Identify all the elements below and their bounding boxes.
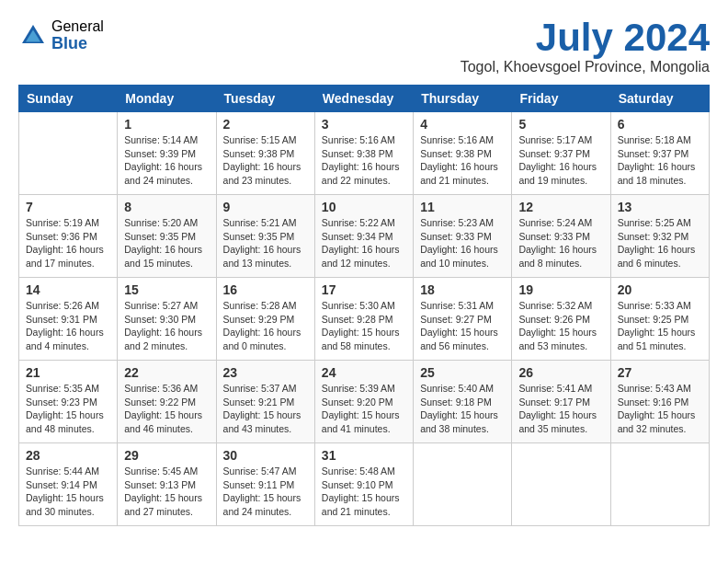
calendar-cell: 18Sunrise: 5:31 AM Sunset: 9:27 PM Dayli…: [414, 278, 512, 361]
calendar-cell: 22Sunrise: 5:36 AM Sunset: 9:22 PM Dayli…: [118, 361, 216, 443]
calendar-week-row: 7Sunrise: 5:19 AM Sunset: 9:36 PM Daylig…: [19, 195, 710, 278]
day-number: 23: [223, 365, 308, 380]
header-friday: Friday: [512, 86, 610, 112]
cell-content: Sunrise: 5:40 AM Sunset: 9:18 PM Dayligh…: [420, 382, 505, 436]
calendar-week-row: 28Sunrise: 5:44 AM Sunset: 9:14 PM Dayli…: [19, 443, 710, 526]
calendar-cell: 3Sunrise: 5:16 AM Sunset: 9:38 PM Daylig…: [314, 112, 413, 195]
cell-content: Sunrise: 5:33 AM Sunset: 9:25 PM Dayligh…: [618, 299, 702, 353]
calendar-cell: 11Sunrise: 5:23 AM Sunset: 9:33 PM Dayli…: [414, 195, 512, 278]
day-number: 9: [223, 200, 308, 214]
calendar-cell: 21Sunrise: 5:35 AM Sunset: 9:23 PM Dayli…: [19, 361, 118, 443]
calendar-cell: 12Sunrise: 5:24 AM Sunset: 9:33 PM Dayli…: [512, 195, 610, 278]
calendar-cell: 26Sunrise: 5:41 AM Sunset: 9:17 PM Dayli…: [512, 361, 610, 443]
day-number: 27: [618, 365, 702, 380]
calendar-cell: 23Sunrise: 5:37 AM Sunset: 9:21 PM Dayli…: [216, 361, 314, 443]
logo-general: General: [51, 18, 104, 35]
calendar-cell: 31Sunrise: 5:48 AM Sunset: 9:10 PM Dayli…: [314, 443, 413, 526]
cell-content: Sunrise: 5:32 AM Sunset: 9:26 PM Dayligh…: [518, 299, 603, 353]
day-number: 30: [223, 448, 308, 463]
calendar-cell: 8Sunrise: 5:20 AM Sunset: 9:35 PM Daylig…: [118, 195, 216, 278]
calendar-cell: 16Sunrise: 5:28 AM Sunset: 9:29 PM Dayli…: [216, 278, 314, 361]
calendar-cell: 10Sunrise: 5:22 AM Sunset: 9:34 PM Dayli…: [314, 195, 413, 278]
day-number: 13: [618, 200, 702, 214]
day-number: 6: [618, 117, 702, 132]
calendar-cell: 27Sunrise: 5:43 AM Sunset: 9:16 PM Dayli…: [610, 361, 709, 443]
calendar-cell: 13Sunrise: 5:25 AM Sunset: 9:32 PM Dayli…: [610, 195, 709, 278]
header-sunday: Sunday: [19, 86, 118, 112]
cell-content: Sunrise: 5:18 AM Sunset: 9:37 PM Dayligh…: [618, 133, 702, 188]
cell-content: Sunrise: 5:22 AM Sunset: 9:34 PM Dayligh…: [322, 216, 406, 270]
calendar-cell: [19, 112, 118, 195]
calendar-week-row: 14Sunrise: 5:26 AM Sunset: 9:31 PM Dayli…: [19, 278, 710, 361]
logo-text: General Blue: [51, 18, 104, 52]
title-block: July 2024 Togol, Khoevsgoel Province, Mo…: [461, 18, 710, 75]
calendar-cell: 14Sunrise: 5:26 AM Sunset: 9:31 PM Dayli…: [19, 278, 118, 361]
cell-content: Sunrise: 5:31 AM Sunset: 9:27 PM Dayligh…: [420, 299, 505, 353]
cell-content: Sunrise: 5:23 AM Sunset: 9:33 PM Dayligh…: [420, 216, 505, 270]
cell-content: Sunrise: 5:28 AM Sunset: 9:29 PM Dayligh…: [223, 299, 308, 353]
calendar-cell: 29Sunrise: 5:45 AM Sunset: 9:13 PM Dayli…: [118, 443, 216, 526]
cell-content: Sunrise: 5:24 AM Sunset: 9:33 PM Dayligh…: [518, 216, 603, 270]
calendar-cell: [512, 443, 610, 526]
day-number: 4: [420, 117, 505, 132]
cell-content: Sunrise: 5:19 AM Sunset: 9:36 PM Dayligh…: [26, 216, 110, 270]
day-number: 16: [223, 282, 308, 297]
day-number: 2: [223, 117, 308, 132]
day-number: 31: [322, 448, 406, 463]
calendar-cell: 7Sunrise: 5:19 AM Sunset: 9:36 PM Daylig…: [19, 195, 118, 278]
calendar-cell: 2Sunrise: 5:15 AM Sunset: 9:38 PM Daylig…: [216, 112, 314, 195]
calendar-cell: 6Sunrise: 5:18 AM Sunset: 9:37 PM Daylig…: [610, 112, 709, 195]
location-title: Togol, Khoevsgoel Province, Mongolia: [461, 59, 710, 75]
header-wednesday: Wednesday: [314, 86, 413, 112]
cell-content: Sunrise: 5:37 AM Sunset: 9:21 PM Dayligh…: [223, 382, 308, 436]
day-number: 3: [322, 117, 406, 132]
cell-content: Sunrise: 5:20 AM Sunset: 9:35 PM Dayligh…: [124, 216, 209, 270]
cell-content: Sunrise: 5:14 AM Sunset: 9:39 PM Dayligh…: [124, 133, 209, 188]
cell-content: Sunrise: 5:45 AM Sunset: 9:13 PM Dayligh…: [124, 465, 209, 519]
day-number: 26: [518, 365, 603, 380]
day-number: 12: [518, 200, 603, 214]
day-number: 14: [26, 282, 110, 297]
day-number: 20: [618, 282, 702, 297]
day-number: 8: [124, 200, 209, 214]
cell-content: Sunrise: 5:30 AM Sunset: 9:28 PM Dayligh…: [322, 299, 406, 353]
calendar-week-row: 21Sunrise: 5:35 AM Sunset: 9:23 PM Dayli…: [19, 361, 710, 443]
calendar-cell: 9Sunrise: 5:21 AM Sunset: 9:35 PM Daylig…: [216, 195, 314, 278]
cell-content: Sunrise: 5:16 AM Sunset: 9:38 PM Dayligh…: [420, 133, 505, 188]
calendar-cell: 25Sunrise: 5:40 AM Sunset: 9:18 PM Dayli…: [414, 361, 512, 443]
day-number: 1: [124, 117, 209, 132]
day-number: 11: [420, 200, 505, 214]
cell-content: Sunrise: 5:44 AM Sunset: 9:14 PM Dayligh…: [26, 465, 110, 519]
calendar-cell: 24Sunrise: 5:39 AM Sunset: 9:20 PM Dayli…: [314, 361, 413, 443]
cell-content: Sunrise: 5:16 AM Sunset: 9:38 PM Dayligh…: [322, 133, 406, 188]
day-number: 19: [518, 282, 603, 297]
cell-content: Sunrise: 5:27 AM Sunset: 9:30 PM Dayligh…: [124, 299, 209, 353]
cell-content: Sunrise: 5:43 AM Sunset: 9:16 PM Dayligh…: [618, 382, 702, 436]
calendar-cell: [610, 443, 709, 526]
day-number: 17: [322, 282, 406, 297]
calendar-cell: 30Sunrise: 5:47 AM Sunset: 9:11 PM Dayli…: [216, 443, 314, 526]
day-number: 7: [26, 200, 110, 214]
cell-content: Sunrise: 5:47 AM Sunset: 9:11 PM Dayligh…: [223, 465, 308, 519]
calendar-cell: 1Sunrise: 5:14 AM Sunset: 9:39 PM Daylig…: [118, 112, 216, 195]
cell-content: Sunrise: 5:35 AM Sunset: 9:23 PM Dayligh…: [26, 382, 110, 436]
cell-content: Sunrise: 5:17 AM Sunset: 9:37 PM Dayligh…: [518, 133, 603, 188]
calendar-cell: 28Sunrise: 5:44 AM Sunset: 9:14 PM Dayli…: [19, 443, 118, 526]
day-number: 5: [518, 117, 603, 132]
calendar-cell: 5Sunrise: 5:17 AM Sunset: 9:37 PM Daylig…: [512, 112, 610, 195]
day-number: 10: [322, 200, 406, 214]
calendar-cell: 20Sunrise: 5:33 AM Sunset: 9:25 PM Dayli…: [610, 278, 709, 361]
cell-content: Sunrise: 5:15 AM Sunset: 9:38 PM Dayligh…: [223, 133, 308, 188]
cell-content: Sunrise: 5:48 AM Sunset: 9:10 PM Dayligh…: [322, 465, 406, 519]
cell-content: Sunrise: 5:21 AM Sunset: 9:35 PM Dayligh…: [223, 216, 308, 270]
calendar-cell: 4Sunrise: 5:16 AM Sunset: 9:38 PM Daylig…: [414, 112, 512, 195]
calendar-cell: [414, 443, 512, 526]
cell-content: Sunrise: 5:26 AM Sunset: 9:31 PM Dayligh…: [26, 299, 110, 353]
cell-content: Sunrise: 5:25 AM Sunset: 9:32 PM Dayligh…: [618, 216, 702, 270]
calendar-week-row: 1Sunrise: 5:14 AM Sunset: 9:39 PM Daylig…: [19, 112, 710, 195]
month-title: July 2024: [461, 18, 710, 57]
header-tuesday: Tuesday: [216, 86, 314, 112]
logo-blue: Blue: [51, 35, 104, 53]
calendar-cell: 15Sunrise: 5:27 AM Sunset: 9:30 PM Dayli…: [118, 278, 216, 361]
calendar-cell: 17Sunrise: 5:30 AM Sunset: 9:28 PM Dayli…: [314, 278, 413, 361]
